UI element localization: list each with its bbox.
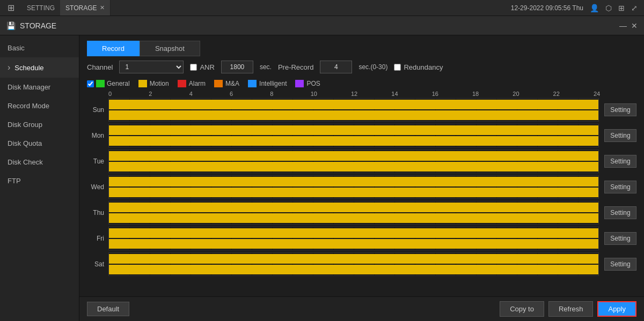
time-12: 12 — [351, 91, 391, 97]
setting-button-tue[interactable]: Setting — [604, 155, 636, 168]
window-header: 💾 STORAGE — ✕ — [0, 16, 644, 35]
day-bar-mon[interactable] — [108, 124, 599, 147]
redundancy-label: Redundancy — [404, 63, 443, 71]
day-bar-wrap-wed[interactable] — [108, 175, 599, 199]
apps-icon[interactable]: ⊞ — [0, 3, 21, 13]
prerecord-label: Pre-Record — [278, 63, 313, 71]
time-16: 16 — [432, 91, 472, 97]
day-label-tue: Tue — [87, 158, 108, 165]
sidebar-item-disk-quota[interactable]: Disk Quota — [0, 134, 79, 153]
sidebar-item-disk-check[interactable]: Disk Check — [0, 153, 79, 171]
setting-button-wed[interactable]: Setting — [604, 181, 636, 193]
titlebar-right: 12-29-2022 09:05:56 Thu 👤 ⬡ ⊞ ⤢ — [511, 4, 644, 12]
day-bar-wrap-mon[interactable] — [108, 124, 599, 147]
legend-pos-color — [295, 80, 304, 87]
bottom-left: Default — [87, 302, 129, 316]
copy-to-button[interactable]: Copy to — [500, 301, 544, 317]
sidebar-label-disk-check: Disk Check — [8, 158, 43, 166]
day-bar-sat[interactable] — [108, 252, 599, 276]
setting-label: SETTING — [27, 4, 55, 12]
sidebar-item-ftp[interactable]: FTP — [0, 171, 79, 190]
legend-mna-label: M&A — [225, 80, 239, 87]
redundancy-checkbox[interactable] — [394, 64, 401, 71]
channel-select[interactable]: 1 2 3 4 — [119, 61, 184, 73]
legend-row: General Motion Alarm M&A Intelligent POS — [79, 78, 644, 91]
storage-tab-label: STORAGE — [65, 4, 97, 12]
default-button[interactable]: Default — [87, 302, 129, 316]
apply-button[interactable]: Apply — [597, 301, 636, 317]
day-bar-wrap-sat[interactable] — [108, 252, 599, 276]
day-bar-wrap-fri[interactable] — [108, 227, 599, 250]
time-20: 20 — [513, 91, 553, 97]
sidebar-label-basic: Basic — [8, 44, 25, 52]
fullscreen-icon[interactable]: ⤢ — [631, 4, 638, 12]
sidebar-label-ftp: FTP — [8, 177, 21, 185]
day-bar-tue[interactable] — [108, 150, 599, 173]
day-bar-wrap-tue[interactable] — [108, 150, 599, 173]
day-bar-wrap-thu[interactable] — [108, 201, 599, 225]
sidebar-item-record-mode[interactable]: Record Mode — [0, 96, 79, 115]
bottom-bar: Default Copy to Refresh Apply — [79, 296, 644, 321]
anr-checkbox-wrap: ANR — [190, 63, 214, 71]
setting-button-thu[interactable]: Setting — [604, 206, 636, 219]
day-bar-wrap-sun[interactable] — [108, 98, 599, 122]
day-bar-wed[interactable] — [108, 175, 599, 199]
logout-icon[interactable]: ⬡ — [605, 4, 612, 12]
legend-general-checkbox[interactable] — [87, 80, 94, 87]
tab-snapshot[interactable]: Snapshot — [140, 41, 200, 56]
day-label-sat: Sat — [87, 260, 108, 268]
day-bar-sun[interactable] — [108, 98, 599, 122]
setting-button-fri[interactable]: Setting — [604, 232, 636, 245]
sidebar-item-disk-group[interactable]: Disk Group — [0, 115, 79, 134]
setting-button-sat[interactable]: Setting — [604, 258, 636, 271]
day-bar-fri[interactable] — [108, 227, 599, 250]
refresh-button[interactable]: Refresh — [548, 301, 594, 317]
legend-general-label: General — [107, 80, 130, 87]
storage-tab[interactable]: STORAGE ✕ — [60, 0, 111, 16]
anr-label: ANR — [200, 63, 214, 71]
day-label-sun: Sun — [87, 106, 108, 114]
legend-alarm-label: Alarm — [189, 80, 206, 87]
schedule-area: 0 2 4 6 8 10 12 14 16 18 20 22 24 SunSet… — [79, 91, 644, 296]
titlebar: ⊞ SETTING STORAGE ✕ 12-29-2022 09:05:56 … — [0, 0, 644, 16]
sidebar-item-disk-manager[interactable]: Disk Manager — [0, 78, 79, 96]
time-2: 2 — [149, 91, 189, 97]
legend-pos: POS — [295, 80, 320, 87]
time-8: 8 — [270, 91, 310, 97]
day-label-mon: Mon — [87, 132, 108, 139]
content-area: Record Snapshot Channel 1 2 3 4 ANR 1800… — [79, 35, 644, 321]
setting-tab: SETTING — [21, 4, 60, 12]
close-button[interactable]: ✕ — [631, 21, 638, 30]
setting-button-mon[interactable]: Setting — [604, 129, 636, 142]
time-axis: 0 2 4 6 8 10 12 14 16 18 20 22 24 — [108, 91, 594, 97]
time-10: 10 — [311, 91, 351, 97]
user-icon[interactable]: 👤 — [590, 4, 599, 12]
legend-intelligent-color — [248, 80, 257, 87]
day-row-thu: ThuSetting — [87, 201, 636, 225]
window-title-label: STORAGE — [20, 21, 56, 30]
grid-icon[interactable]: ⊞ — [618, 4, 625, 12]
tab-record[interactable]: Record — [87, 41, 140, 56]
close-tab-icon[interactable]: ✕ — [100, 4, 105, 11]
sidebar-item-schedule[interactable]: Schedule — [0, 57, 79, 78]
setting-button-sun[interactable]: Setting — [604, 103, 636, 116]
channel-label: Channel — [87, 63, 113, 71]
anr-input[interactable]: 1800 — [221, 61, 253, 73]
legend-general-color — [96, 80, 105, 87]
anr-checkbox[interactable] — [190, 64, 197, 71]
sidebar-label-disk-group: Disk Group — [8, 121, 42, 129]
day-row-sat: SatSetting — [87, 252, 636, 276]
bottom-right: Copy to Refresh Apply — [500, 301, 636, 317]
sidebar-item-basic[interactable]: Basic — [0, 39, 79, 57]
legend-alarm-color — [178, 80, 186, 87]
legend-pos-label: POS — [306, 80, 320, 87]
window-title: 💾 STORAGE — [6, 21, 56, 30]
day-row-wed: WedSetting — [87, 175, 636, 199]
minimize-button[interactable]: — — [619, 21, 627, 30]
day-label-thu: Thu — [87, 209, 108, 217]
time-0: 0 — [108, 91, 149, 97]
day-bar-thu[interactable] — [108, 201, 599, 225]
prerecord-input[interactable]: 4 — [320, 61, 352, 73]
time-18: 18 — [472, 91, 513, 97]
day-row-tue: TueSetting — [87, 150, 636, 173]
